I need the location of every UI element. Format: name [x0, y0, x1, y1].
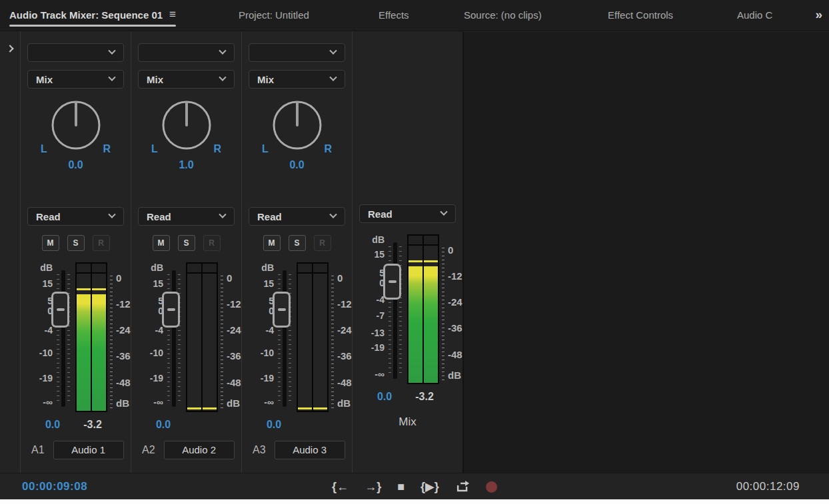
automation-mode-select[interactable]: Read — [138, 207, 235, 226]
value-readouts: 0.0 -3.2 — [353, 391, 462, 403]
meter-fill — [409, 266, 422, 383]
solo-button[interactable]: S — [67, 235, 85, 251]
record-button[interactable] — [486, 481, 497, 493]
current-timecode[interactable]: 00:00:09:08 — [22, 473, 87, 500]
scale-label: dB — [116, 397, 129, 409]
tab-audio-track-mixer[interactable]: Audio Track Mixer: Sequence 01 ≡ — [9, 0, 176, 29]
tab-label: Source: (no clips) — [464, 9, 542, 21]
fader-track[interactable] — [393, 242, 397, 379]
scale-label: -48 — [448, 349, 462, 360]
go-to-in-button[interactable]: {← — [332, 481, 349, 493]
input-select[interactable] — [138, 43, 235, 62]
track-name-field[interactable]: Audio 2 — [164, 441, 235, 459]
tab-label: Audio Track Mixer: Sequence 01 — [9, 9, 163, 21]
fader-handle[interactable] — [51, 292, 69, 328]
fader-meter-section: dB1550-4-10-19-∞ — [131, 262, 241, 412]
record-arm-button[interactable]: R — [93, 235, 110, 251]
pan-knob[interactable]: L R — [242, 99, 352, 152]
scale-label: -24 — [116, 324, 131, 336]
record-arm-button[interactable]: R — [203, 235, 221, 251]
fader-track[interactable] — [283, 270, 287, 407]
automation-mode-select[interactable]: Read — [359, 204, 456, 223]
output-select-value: Mix — [139, 74, 163, 85]
tab-overflow-icon[interactable]: » — [815, 0, 822, 29]
fader-track[interactable] — [172, 270, 176, 407]
tab-audio-clip-mixer[interactable]: Audio C — [737, 0, 772, 29]
output-select-value: Mix — [249, 74, 274, 85]
panel-menu-icon[interactable]: ≡ — [169, 8, 176, 21]
gain-value[interactable]: 0.0 — [259, 419, 289, 431]
track-buttons: M S R — [21, 235, 131, 251]
tab-source[interactable]: Source: (no clips) — [464, 0, 542, 29]
pan-knob-dial[interactable] — [271, 99, 323, 151]
master-strip-mix: Read dB1550-4-7-13-19-∞ — [353, 31, 462, 473]
input-select[interactable] — [27, 43, 124, 62]
clip-indicators[interactable] — [298, 264, 327, 274]
tab-label: Effect Controls — [608, 9, 673, 21]
output-select[interactable]: Mix — [27, 70, 124, 89]
tab-effect-controls[interactable]: Effect Controls — [608, 0, 673, 29]
fader-handle[interactable] — [273, 292, 291, 328]
track-name-field[interactable]: Audio 3 — [275, 441, 345, 459]
transport-bar: 00:00:09:08 {← →} ■ {▶} 00:00:12:09 — [0, 473, 829, 499]
gain-value[interactable]: 0.0 — [149, 419, 178, 431]
pan-knob[interactable]: L R — [21, 99, 131, 152]
mute-button[interactable]: M — [263, 235, 281, 251]
go-to-out-button[interactable]: →} — [365, 481, 381, 493]
scale-label: -12 — [337, 298, 352, 310]
end-timecode: 00:00:12:09 — [736, 473, 800, 500]
input-select[interactable] — [249, 43, 345, 62]
fader-handle[interactable] — [383, 264, 401, 300]
pan-knob-dial[interactable] — [161, 99, 213, 151]
record-arm-button[interactable]: R — [314, 235, 331, 251]
tab-effects[interactable]: Effects — [379, 0, 409, 29]
gain-value[interactable]: 0.0 — [370, 391, 399, 403]
output-select[interactable]: Mix — [249, 70, 345, 89]
tab-label: Effects — [379, 9, 409, 21]
meter-bar-right — [91, 274, 106, 411]
loop-button[interactable] — [455, 480, 470, 493]
clip-indicators[interactable] — [409, 236, 438, 246]
meter-bar-left — [409, 246, 422, 383]
automation-mode-select[interactable]: Read — [249, 207, 345, 226]
solo-button[interactable]: S — [178, 235, 195, 251]
output-select[interactable]: Mix — [138, 70, 235, 89]
track-name-row: Mix — [353, 412, 462, 432]
mute-button[interactable]: M — [42, 235, 59, 251]
scale-label: 15 — [153, 278, 163, 289]
tab-project[interactable]: Project: Untitled — [239, 0, 309, 29]
clip-indicators[interactable] — [77, 264, 106, 274]
pan-value[interactable]: 0.0 — [242, 159, 352, 171]
play-in-to-out-button[interactable]: {▶} — [420, 481, 439, 493]
fader-track[interactable] — [61, 270, 65, 407]
volume-fader: dB1550-4-10-19-∞ — [242, 262, 291, 412]
scale-label: -19 — [150, 373, 163, 383]
clip-indicators[interactable] — [187, 264, 217, 274]
volume-fader: dB1550-4-7-13-19-∞ — [353, 234, 402, 384]
track-name-row: A2 Audio 2 — [131, 440, 241, 460]
meter-fill — [77, 294, 91, 411]
fader-handle[interactable] — [162, 292, 180, 328]
pan-value[interactable]: 1.0 — [131, 159, 241, 171]
show-effects-sends-toggle[interactable] — [0, 31, 21, 473]
meter-fill — [424, 266, 438, 383]
meter-bar-right — [201, 274, 217, 411]
track-name-field[interactable]: Audio 1 — [53, 441, 124, 459]
automation-mode-select[interactable]: Read — [27, 207, 124, 226]
scale-label: -∞ — [153, 397, 163, 407]
gain-value[interactable]: 0.0 — [38, 419, 67, 431]
value-readouts: 0.0 — [242, 419, 352, 431]
pan-right-label: R — [103, 143, 111, 155]
pan-knob[interactable]: L R — [131, 99, 241, 152]
scale-label: -19 — [261, 373, 274, 383]
automation-mode-value: Read — [360, 208, 393, 220]
mute-button[interactable]: M — [153, 235, 170, 251]
stop-button[interactable]: ■ — [397, 481, 405, 493]
pan-knob-dial[interactable] — [50, 99, 102, 151]
track-name-row: A1 Audio 1 — [21, 440, 131, 460]
level-meter — [186, 262, 218, 412]
solo-button[interactable]: S — [289, 235, 306, 251]
peak-value — [182, 419, 225, 431]
scale-label: -48 — [337, 377, 352, 388]
pan-value[interactable]: 0.0 — [21, 159, 131, 171]
